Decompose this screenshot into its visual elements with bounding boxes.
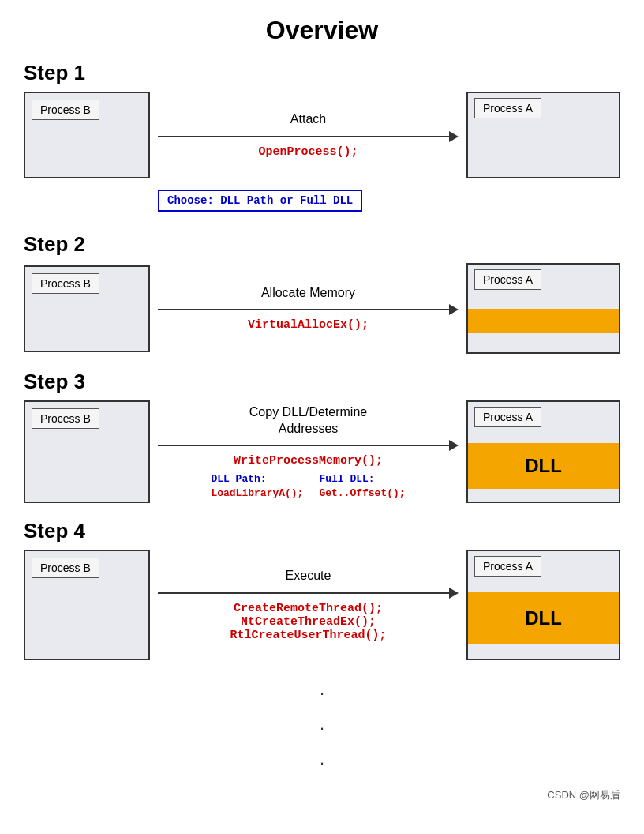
step1-process-b: Process B (24, 92, 150, 178)
step3-mem-bottom (468, 489, 619, 502)
step3-process-b-label: Process B (32, 408, 99, 429)
step1-process-a-label: Process A (474, 98, 541, 118)
step3-arrow-head (449, 440, 459, 451)
step1-section: Step 1 Process B Attach OpenProcess(); P… (24, 61, 620, 216)
step1-arrow-line (158, 131, 459, 142)
step4-arrow-head (449, 588, 459, 599)
step3-dll-path-row: DLL Path: LoadLibraryA(); Full DLL: Get.… (211, 471, 405, 499)
step1-code-red: OpenProcess(); (258, 145, 358, 159)
step2-mem-bottom (468, 333, 619, 352)
step3-dll-path-label: DLL Path: (211, 473, 266, 485)
step1-choose-box: Choose: DLL Path or Full DLL (158, 190, 362, 212)
step3-arrow-line (158, 440, 459, 451)
step4-code-red1: CreateRemoteThread(); (234, 602, 383, 615)
step2-label: Step 2 (24, 232, 620, 257)
step3-process-a: Process A DLL (466, 400, 620, 503)
step1-label: Step 1 (24, 61, 620, 85)
step4-process-a-label: Process A (474, 556, 541, 577)
step3-arrow-text: Copy DLL/DetermineAddresses (249, 404, 367, 438)
step4-middle: Execute CreateRemoteThread(); NtCreateTh… (150, 568, 466, 642)
step2-mem-orange (468, 309, 619, 333)
step2-process-a-top: Process A (468, 265, 619, 295)
step4-section: Step 4 Process B Execute CreateRemoteThr… (24, 519, 620, 660)
step4-process-a-top: Process A (468, 551, 619, 581)
step2-process-a: Process A (466, 263, 620, 354)
step3-label: Step 3 (24, 370, 620, 394)
step4-label: Step 4 (24, 519, 620, 543)
step1-process-a: Process A (466, 92, 620, 178)
step2-code-red: VirtualAllocEx(); (248, 318, 369, 332)
dot2: · (24, 711, 620, 746)
step4-mem-bottom (468, 644, 619, 659)
step2-arrow-body (158, 309, 449, 310)
footer-text: CSDN @网易盾 (24, 788, 620, 802)
step3-code-red: WriteProcessMemory(); (234, 454, 383, 468)
page-title: Overview (24, 16, 620, 45)
step4-dll-label: DLL (468, 592, 619, 644)
step2-section: Step 2 Process B Allocate Memory Virtual… (24, 232, 620, 354)
step2-arrow-head (449, 304, 459, 315)
step4-code-red3: RtlCreateUserThread(); (230, 629, 386, 642)
step4-row: Process B Execute CreateRemoteThread(); … (24, 550, 620, 660)
step3-row: Process B Copy DLL/DetermineAddresses Wr… (24, 400, 620, 503)
step4-arrow-text: Execute (286, 568, 331, 584)
step1-middle: Attach OpenProcess(); (150, 111, 466, 159)
dot3: · (24, 746, 620, 780)
step4-code-red2: NtCreateThreadEx(); (241, 615, 376, 629)
step2-mem-top (468, 295, 619, 309)
step2-process-b: Process B (24, 265, 150, 352)
dot1: · (24, 676, 620, 711)
step4-arrow-line (158, 588, 459, 599)
step3-full-dll-right: Full DLL: Get..Offset(); (319, 471, 405, 499)
step3-mem-top (468, 432, 619, 443)
step2-middle: Allocate Memory VirtualAllocEx(); (150, 285, 466, 332)
step4-process-a: Process A DLL (466, 550, 620, 660)
step2-arrow-line (158, 304, 459, 315)
step3-middle: Copy DLL/DetermineAddresses WriteProcess… (150, 404, 466, 500)
step3-dll-path-code: LoadLibraryA(); (211, 487, 303, 499)
step2-process-a-label: Process A (474, 269, 541, 290)
step4-process-b: Process B (24, 550, 150, 660)
step3-full-dll-label: Full DLL: (319, 473, 374, 485)
step3-process-a-top: Process A (468, 402, 619, 432)
step1-process-b-label: Process B (32, 100, 99, 120)
step3-section: Step 3 Process B Copy DLL/DetermineAddre… (24, 370, 620, 503)
step4-arrow-body (158, 592, 449, 594)
step1-arrow-text: Attach (290, 111, 326, 128)
step2-row: Process B Allocate Memory VirtualAllocEx… (24, 263, 620, 354)
step1-process-a-body (468, 123, 619, 177)
step3-dll-label: DLL (468, 443, 619, 489)
step1-arrow-body (158, 136, 449, 137)
step3-process-b: Process B (24, 400, 150, 503)
step3-arrow-body (158, 445, 449, 446)
dots-section: · · · (24, 676, 620, 780)
step3-full-dll-code: Get..Offset(); (319, 487, 405, 499)
step3-dll-path-left: DLL Path: LoadLibraryA(); (211, 471, 303, 499)
step2-process-b-label: Process B (32, 273, 99, 294)
step3-process-a-label: Process A (474, 407, 541, 427)
step1-row: Process B Attach OpenProcess(); Process … (24, 92, 620, 178)
step4-mem-top (468, 581, 619, 592)
step4-process-b-label: Process B (32, 558, 99, 578)
step1-process-a-top: Process A (468, 93, 619, 123)
step2-arrow-text: Allocate Memory (261, 285, 355, 302)
step1-choose-row: Choose: DLL Path or Full DLL (158, 185, 620, 216)
step1-arrow-head (449, 131, 459, 142)
